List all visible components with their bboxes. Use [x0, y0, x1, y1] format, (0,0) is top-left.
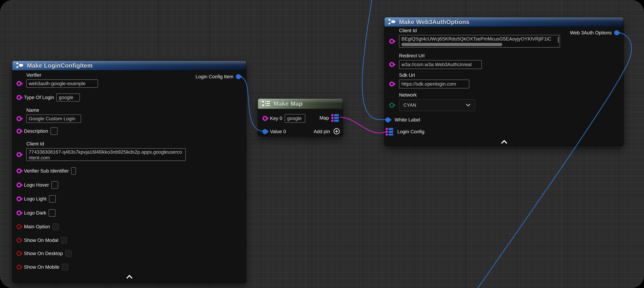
pin-row-logo-hover: Logo Hover [16, 181, 58, 189]
name-input[interactable]: Google Custom Login [26, 115, 81, 123]
redirect-url-input[interactable]: w3a://com.w3a.Web3AuthUnreal [399, 60, 482, 69]
make-map-icon [262, 100, 271, 108]
value0-pin[interactable] [262, 129, 268, 134]
pin-row-logo-light: Logo Light [16, 195, 56, 202]
pin-label: Verifier [26, 72, 98, 78]
verifier-sub-identifier-pin[interactable] [16, 168, 22, 173]
logo-hover-pin[interactable] [16, 182, 22, 187]
pin-label: Show On Modal [24, 237, 58, 243]
white-label-pin[interactable] [385, 117, 390, 122]
verifier-pin[interactable] [16, 81, 22, 86]
collapse-chevron-icon[interactable] [126, 275, 133, 279]
network-selected-value: CYAN [404, 103, 416, 108]
name-pin[interactable] [16, 116, 22, 121]
pin-label: Login Config [397, 129, 424, 134]
network-dropdown[interactable]: CYAN [399, 99, 475, 111]
node-make-map[interactable]: Make Map Key 0 google Map Value 0 Add pi… [258, 99, 343, 136]
logo-light-pin[interactable] [16, 196, 22, 201]
pin-row-description: Description [16, 127, 58, 135]
output-pin-row-web3auth-options: Web 3Auth Options [570, 30, 619, 36]
sdk-url-pin[interactable] [389, 82, 394, 87]
verifier-sub-identifier-input[interactable] [71, 167, 76, 175]
node-header[interactable]: Make LoginConfigItem [12, 61, 246, 70]
sdk-url-input[interactable]: https://sdk.openlogin.com [399, 80, 469, 88]
horizontal-scrollbar[interactable] [402, 43, 502, 46]
show-on-mobile-pin[interactable] [16, 264, 22, 269]
pin-label: Redirect Url [399, 53, 482, 59]
description-pin[interactable] [16, 129, 22, 134]
show-on-mobile-checkbox[interactable] [62, 264, 68, 270]
key0-pin[interactable] [262, 116, 268, 121]
logo-light-input[interactable] [49, 195, 56, 202]
pin-label: Logo Dark [24, 210, 46, 216]
wire-map-to-login-config[interactable] [340, 117, 387, 133]
pin-row-logo-dark: Logo Dark [16, 209, 56, 217]
main-option-checkbox[interactable] [52, 223, 59, 230]
output-pin-label: Web 3Auth Options [570, 30, 612, 36]
output-pin-label: Map [320, 115, 329, 121]
make-struct-icon [388, 18, 396, 26]
node-header[interactable]: Make Map [258, 99, 343, 109]
node-title: Make Map [274, 100, 303, 107]
pin-label: Verifier Sub Identifier [24, 168, 69, 174]
pin-row-white-label: White Label [385, 117, 420, 123]
make-struct-icon [16, 62, 24, 69]
pin-row-verifier: Verifier web3auth-google-example [16, 72, 98, 88]
pin-row-key0: Key 0 google [262, 114, 305, 123]
pin-row-login-config: Login Config [386, 128, 424, 136]
logo-hover-input[interactable] [52, 181, 58, 189]
pin-label: Value 0 [270, 129, 286, 134]
pin-label: Logo Hover [24, 182, 49, 188]
login-config-item-output-pin[interactable] [236, 74, 241, 79]
redirect-url-pin[interactable] [389, 62, 394, 67]
node-header[interactable]: Make Web3AuthOptions [384, 17, 624, 27]
pin-row-show-on-desktop: Show On Desktop [16, 250, 72, 257]
map-output-pin[interactable] [331, 114, 339, 122]
text-cursor [558, 37, 558, 43]
add-pin-label: Add pin [314, 129, 330, 134]
type-of-login-input[interactable]: google [56, 94, 80, 101]
show-on-modal-checkbox[interactable] [61, 237, 67, 244]
node-make-loginconfigitem[interactable]: Make LoginConfigItem Login Config Item V… [12, 61, 246, 283]
show-on-desktop-checkbox[interactable] [65, 250, 72, 257]
description-input[interactable] [50, 127, 58, 135]
client-id-pin[interactable] [16, 152, 22, 157]
key0-input[interactable]: google [285, 114, 305, 123]
pin-label: Key 0 [270, 116, 282, 121]
client-id-input[interactable]: 774338308167-q463s7kpvja16l4l0kko3nb925i… [26, 148, 186, 161]
blueprint-graph-canvas[interactable]: Make LoginConfigItem Login Config Item V… [0, 0, 644, 288]
pin-row-show-on-modal: Show On Modal [16, 237, 67, 244]
pin-row-client-id: Client Id 774338308167-q463s7kpvja16l4l0… [16, 141, 186, 161]
pin-label: Type Of Login [24, 95, 54, 100]
client-id-input[interactable]: BEglQSgt4cUWcj6SKRdu5QkOXTsePmMcusG5EAoy… [399, 35, 560, 48]
pin-label: Logo Light [24, 196, 46, 202]
type-of-login-pin[interactable] [16, 95, 22, 100]
pin-label: White Label [395, 117, 420, 123]
plus-circle-icon [333, 128, 340, 135]
pin-row-redirect-url: Redirect Url w3a://com.w3a.Web3AuthUnrea… [389, 53, 482, 69]
pin-label: Main Option [24, 224, 50, 229]
show-on-modal-pin[interactable] [16, 238, 22, 243]
verifier-input[interactable]: web3auth-google-example [26, 80, 98, 88]
output-pin-label: Login Config Item [196, 74, 234, 80]
pin-row-sdk-url: Sdk Url https://sdk.openlogin.com [389, 73, 469, 88]
collapse-chevron-icon[interactable] [500, 140, 508, 145]
network-pin[interactable] [389, 103, 394, 108]
node-make-web3authoptions[interactable]: Make Web3AuthOptions Web 3Auth Options C… [384, 17, 624, 146]
login-config-pin[interactable] [386, 128, 393, 136]
web3auth-options-output-pin[interactable] [614, 30, 619, 35]
pin-label: Client Id [26, 141, 186, 147]
pin-row-name: Name Google Custom Login [16, 107, 81, 123]
show-on-desktop-pin[interactable] [16, 251, 22, 256]
pin-row-network: Network CYAN [389, 92, 475, 111]
logo-dark-input[interactable] [49, 209, 56, 217]
pin-row-main-option: Main Option [16, 223, 59, 230]
main-option-pin[interactable] [16, 224, 22, 229]
output-pin-row-login-config-item: Login Config Item [196, 74, 241, 80]
client-id-pin[interactable] [389, 39, 394, 44]
pin-label: Client Id [399, 28, 560, 33]
logo-dark-pin[interactable] [16, 210, 22, 215]
add-pin-button[interactable]: Add pin [314, 128, 340, 135]
wire-top-to-white-label[interactable] [362, 0, 386, 120]
pin-label: Network [399, 92, 475, 98]
